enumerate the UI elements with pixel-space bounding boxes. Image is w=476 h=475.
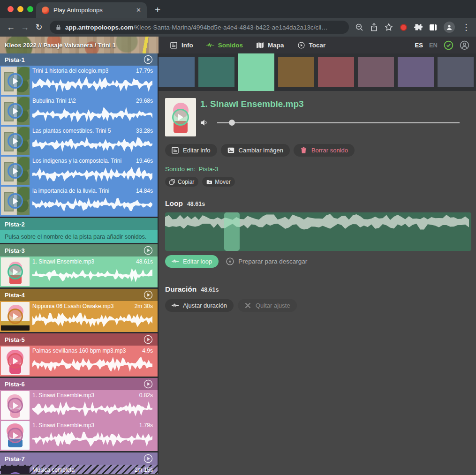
clip-pista-1-5[interactable]: la importancia de la lluvia. Trini14.84s xyxy=(1,187,157,215)
move-button[interactable]: Mover xyxy=(202,177,234,187)
clip-play-icon[interactable] xyxy=(8,103,23,119)
sound-thumbnail[interactable] xyxy=(165,98,196,136)
clip-thumbnail[interactable] xyxy=(1,157,30,185)
clip-play-icon[interactable] xyxy=(8,133,23,149)
clip-pista-5-1[interactable]: Palmas sevillanas 160 bpm mp3.mp34.9s xyxy=(1,347,157,375)
clip-play-icon[interactable] xyxy=(8,428,23,443)
clip-pista-7-1[interactable]: Musica completa2m 15s xyxy=(1,466,157,474)
clip-pista-6-2[interactable]: 1. Sinawi Ensemble.mp31.79s xyxy=(1,421,157,450)
loop-waveform-box[interactable] xyxy=(165,212,471,251)
volume-handle[interactable] xyxy=(229,120,235,126)
delete-sound-button[interactable]: Borrar sonido xyxy=(294,144,355,157)
track-color-swatch-6[interactable] xyxy=(358,57,394,87)
zoom-window-button[interactable] xyxy=(27,6,33,12)
prepare-download-button[interactable]: Preparar para descargar xyxy=(226,257,307,265)
clip-pista-3-1[interactable]: 1. Sinawi Ensemble.mp348.61s xyxy=(1,257,157,286)
track-play-button[interactable] xyxy=(144,379,153,389)
share-icon[interactable] xyxy=(370,23,378,31)
change-image-button[interactable]: Cambiar imágen xyxy=(221,144,290,157)
track-play-button[interactable] xyxy=(144,335,153,344)
track-color-swatch-8[interactable] xyxy=(438,57,474,87)
record-indicator-icon[interactable] xyxy=(400,24,407,31)
volume-speaker-icon[interactable] xyxy=(200,119,209,126)
track-play-button[interactable] xyxy=(144,290,153,300)
remove-adjust-button[interactable]: Quitar ajuste xyxy=(238,299,297,312)
adjust-duration-button[interactable]: Ajustar duración xyxy=(165,299,234,312)
url-bar[interactable]: app.antropoloops.com/Kleos-Santa-Marina/… xyxy=(50,21,349,34)
clip-play-icon[interactable] xyxy=(8,193,23,209)
back-button[interactable]: ← xyxy=(4,23,18,32)
account-icon[interactable] xyxy=(460,40,469,50)
nav-mapa[interactable]: Mapa xyxy=(256,42,284,49)
track-color-swatch-5[interactable] xyxy=(318,57,354,87)
clip-thumbnail[interactable] xyxy=(1,187,30,215)
track-header-pista-6[interactable]: Pista-6 xyxy=(0,378,158,390)
sound-play-icon[interactable] xyxy=(172,109,189,126)
language-en[interactable]: EN xyxy=(429,42,438,49)
clip-play-icon[interactable] xyxy=(8,73,23,89)
side-panel-icon[interactable] xyxy=(430,24,437,30)
clip-thumbnail[interactable] xyxy=(1,466,30,474)
clip-thumbnail[interactable] xyxy=(1,67,30,95)
clip-pista-6-1[interactable]: 1. Sinawi Ensemble.mp30.82s xyxy=(1,391,157,420)
clip-thumbnail[interactable] xyxy=(1,97,30,125)
track-header-pista-3[interactable]: Pista-3 xyxy=(0,244,158,256)
clip-pista-1-3[interactable]: Las plantas comestibles. Trini 533.28s xyxy=(1,127,157,155)
copy-button[interactable]: Copiar xyxy=(165,177,198,187)
track-play-button[interactable] xyxy=(144,246,153,255)
track-header-pista-2[interactable]: Pista-2 xyxy=(0,218,158,230)
track-header-pista-5[interactable]: Pista-5 xyxy=(0,333,158,346)
browser-tab[interactable]: Play Antropoloops ✕ xyxy=(36,2,147,18)
edit-loop-button[interactable]: Editar loop xyxy=(165,255,219,268)
tab-close-icon[interactable]: ✕ xyxy=(136,7,141,14)
clip-play-icon[interactable] xyxy=(8,353,23,369)
track-color-swatch-3[interactable] xyxy=(238,53,274,91)
clip-play-icon[interactable] xyxy=(8,309,23,324)
edit-info-button[interactable]: Editar info xyxy=(165,144,217,157)
clip-thumbnail[interactable] xyxy=(1,391,30,420)
clip-play-icon[interactable] xyxy=(8,163,23,179)
clip-pista-1-4[interactable]: Los indigenas y la compostela. Trini19.4… xyxy=(1,157,157,185)
clip-pista-4-1[interactable]: Nipponia 06 Esashi Oiwake.mp32m 30s xyxy=(1,302,157,331)
clip-thumbnail[interactable] xyxy=(1,257,30,286)
nav-sonidos[interactable]: Sonidos xyxy=(206,42,243,49)
clip-pista-1-1[interactable]: Trini 1 historia del colegio.mp317.79s xyxy=(1,67,157,95)
sound-in-track-link[interactable]: Pista-3 xyxy=(199,166,219,173)
status-check-icon[interactable] xyxy=(444,40,453,50)
profile-avatar[interactable] xyxy=(444,22,455,33)
clip-pista-1-2[interactable]: Bubulina Trini 1\229.68s xyxy=(1,97,157,125)
clip-thumbnail[interactable] xyxy=(1,127,30,155)
clip-play-icon[interactable] xyxy=(8,398,23,413)
bookmark-star-icon[interactable] xyxy=(385,23,393,31)
clip-play-icon[interactable] xyxy=(8,264,23,279)
forward-button[interactable]: → xyxy=(18,23,32,32)
nav-info[interactable]: Info xyxy=(170,42,193,49)
track-color-swatch-2[interactable] xyxy=(198,57,234,87)
clip-play-icon[interactable] xyxy=(8,472,23,474)
clip-waveform xyxy=(32,196,153,213)
clip-thumbnail[interactable] xyxy=(1,347,30,375)
track-header-pista-7[interactable]: Pista-7 xyxy=(0,452,158,465)
track-color-swatch-7[interactable] xyxy=(398,57,434,87)
nav-tocar[interactable]: Tocar xyxy=(297,42,326,49)
track-color-swatch-1[interactable] xyxy=(159,57,195,87)
track-play-button[interactable] xyxy=(144,454,153,463)
track-header-pista-4[interactable]: Pista-4 xyxy=(0,289,158,301)
volume-slider[interactable] xyxy=(217,120,460,126)
zoom-out-icon[interactable] xyxy=(355,23,363,31)
menu-kebab-icon[interactable]: ⋮ xyxy=(462,22,469,32)
close-window-button[interactable] xyxy=(8,6,14,12)
reload-button[interactable]: ↻ xyxy=(32,22,46,32)
track-color-swatch-4[interactable] xyxy=(278,57,314,87)
clip-thumbnail[interactable] xyxy=(1,302,30,331)
language-es[interactable]: ES xyxy=(415,42,423,49)
track-play-button[interactable] xyxy=(144,55,153,64)
clip-thumbnail[interactable] xyxy=(1,421,30,450)
new-tab-button[interactable]: + xyxy=(155,4,160,16)
track-header-pista-1[interactable]: Pista-1 xyxy=(0,53,158,66)
minimize-window-button[interactable] xyxy=(17,6,23,12)
breadcrumb[interactable]: Kleos 2022 // Pasaje Valvanera / Trini 1 xyxy=(0,37,159,53)
loop-playhead[interactable] xyxy=(224,212,240,251)
favicon-icon xyxy=(42,7,49,14)
extensions-puzzle-icon[interactable] xyxy=(414,23,423,31)
